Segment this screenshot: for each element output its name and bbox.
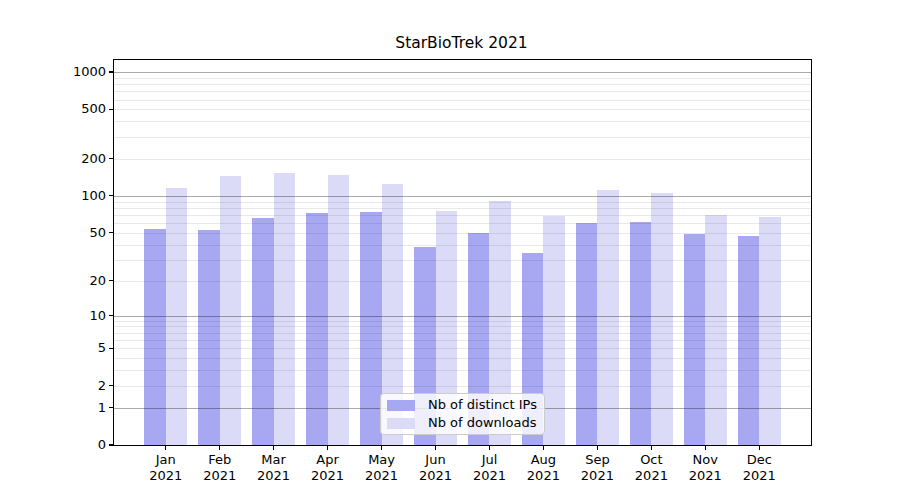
gridline-800 — [114, 84, 811, 85]
legend: Nb of distinct IPs Nb of downloads — [380, 393, 545, 435]
y-tick-label-200: 200 — [48, 151, 106, 167]
bar-ips-apr — [306, 213, 328, 445]
chart-title: StarBioTrek 2021 — [113, 34, 810, 52]
gridline-30 — [114, 260, 811, 261]
gridline-20 — [114, 281, 811, 282]
gridline-400 — [114, 121, 811, 122]
x-tick-mar — [273, 445, 274, 450]
gridline-90 — [114, 202, 811, 203]
legend-label-downloads: Nb of downloads — [428, 414, 536, 432]
gridline-40 — [114, 245, 811, 246]
gridline-8 — [114, 326, 811, 327]
x-tick-jan — [165, 445, 166, 450]
y-tick-label-2: 2 — [48, 378, 106, 394]
gridline-50 — [114, 233, 811, 234]
bar-downloads-aug — [543, 216, 565, 445]
x-tick-feb — [219, 445, 220, 450]
x-tick-oct — [651, 445, 652, 450]
y-tick-label-1000: 1000 — [48, 64, 106, 80]
gridline-700 — [114, 91, 811, 92]
gridline-9 — [114, 321, 811, 322]
legend-label-distinct-ips: Nb of distinct IPs — [428, 396, 537, 414]
bar-ips-mar — [252, 218, 274, 445]
x-tick-label-dec: Dec 2021 — [727, 452, 791, 483]
y-tick-label-20: 20 — [48, 273, 106, 289]
x-tick-may — [381, 445, 382, 450]
gridline-6 — [114, 340, 811, 341]
gridline-4 — [114, 358, 811, 359]
bar-ips-feb — [198, 230, 220, 445]
gridline-2 — [114, 386, 811, 387]
x-tick-jun — [435, 445, 436, 450]
plot-area: 01251020501002005001000Jan 2021Feb 2021M… — [113, 59, 812, 446]
gridline-70 — [114, 215, 811, 216]
gridline-10 — [114, 316, 811, 317]
y-tick-label-5: 5 — [48, 340, 106, 356]
legend-item-distinct-ips: Nb of distinct IPs — [387, 396, 544, 414]
x-tick-aug — [543, 445, 544, 450]
gridline-600 — [114, 100, 811, 101]
figure: StarBioTrek 2021 01251020501002005001000… — [0, 0, 900, 500]
bar-downloads-mar — [274, 173, 296, 445]
y-tick-0 — [109, 444, 114, 445]
bar-ips-jan — [144, 229, 166, 445]
x-tick-dec — [759, 445, 760, 450]
bar-downloads-dec — [759, 217, 781, 445]
legend-swatch-downloads-icon — [387, 418, 415, 429]
bar-ips-may — [360, 212, 382, 445]
gridline-60 — [114, 223, 811, 224]
bar-downloads-nov — [705, 215, 727, 445]
x-tick-jul — [489, 445, 490, 450]
bar-ips-sep — [576, 223, 598, 445]
gridline-300 — [114, 137, 811, 138]
x-tick-sep — [597, 445, 598, 450]
x-tick-nov — [705, 445, 706, 450]
gridline-7 — [114, 333, 811, 334]
legend-item-downloads: Nb of downloads — [387, 414, 544, 432]
gridline-200 — [114, 159, 811, 160]
bar-downloads-feb — [220, 176, 242, 445]
gridline-100 — [114, 196, 811, 197]
y-tick-label-10: 10 — [48, 308, 106, 324]
gridline-500 — [114, 109, 811, 110]
gridline-80 — [114, 208, 811, 209]
gridline-900 — [114, 78, 811, 79]
y-tick-label-500: 500 — [48, 101, 106, 117]
legend-swatch-distinct-ips-icon — [387, 400, 415, 411]
x-tick-apr — [327, 445, 328, 450]
y-tick-label-1: 1 — [48, 400, 106, 416]
gridline-5 — [114, 348, 811, 349]
gridline-1000 — [114, 72, 811, 73]
gridline-3 — [114, 370, 811, 371]
y-tick-label-0: 0 — [48, 437, 106, 453]
y-tick-label-50: 50 — [48, 225, 106, 241]
y-tick-label-100: 100 — [48, 188, 106, 204]
